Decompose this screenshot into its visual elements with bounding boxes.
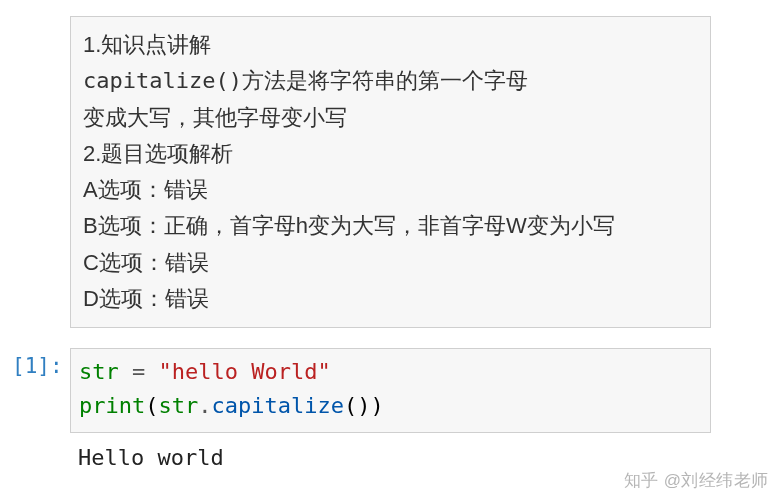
md-line-2: capitalize()方法是将字符串的第一个字母 <box>83 63 698 99</box>
watermark: 知乎 @刘经纬老师 <box>624 469 769 492</box>
output-cell: Hello world <box>0 445 781 470</box>
token-space <box>145 359 158 384</box>
input-prompt: [1]: <box>12 348 70 378</box>
token-paren: ( <box>145 393 158 418</box>
md-line-3: 变成大写，其他字母变小写 <box>83 100 698 136</box>
md-line-6: B选项：正确，首字母h变为大写，非首字母W变为小写 <box>83 208 698 244</box>
md-line-5: A选项：错误 <box>83 172 698 208</box>
token-string: "hello World" <box>159 359 331 384</box>
token-print: print <box>79 393 145 418</box>
md-line-7: C选项：错误 <box>83 245 698 281</box>
token-method: capitalize <box>211 393 343 418</box>
token-eq: = <box>132 359 145 384</box>
md-text: 方法是将字符串的第一个字母 <box>242 68 528 93</box>
token-dot: . <box>198 393 211 418</box>
code-input[interactable]: str = "hello World" print(str.capitalize… <box>70 348 711 432</box>
markdown-cell: 1.知识点讲解 capitalize()方法是将字符串的第一个字母 变成大写，其… <box>70 16 711 328</box>
md-line-4: 2.题目选项解析 <box>83 136 698 172</box>
token-var: str <box>158 393 198 418</box>
output-text: Hello world <box>70 445 224 470</box>
md-line-8: D选项：错误 <box>83 281 698 317</box>
md-line-1: 1.知识点讲解 <box>83 27 698 63</box>
output-spacer <box>12 445 70 470</box>
token-paren: ()) <box>344 393 384 418</box>
token-var: str <box>79 359 119 384</box>
token-space <box>119 359 132 384</box>
inline-code: capitalize() <box>83 68 242 93</box>
code-cell[interactable]: [1]: str = "hello World" print(str.capit… <box>0 348 781 432</box>
